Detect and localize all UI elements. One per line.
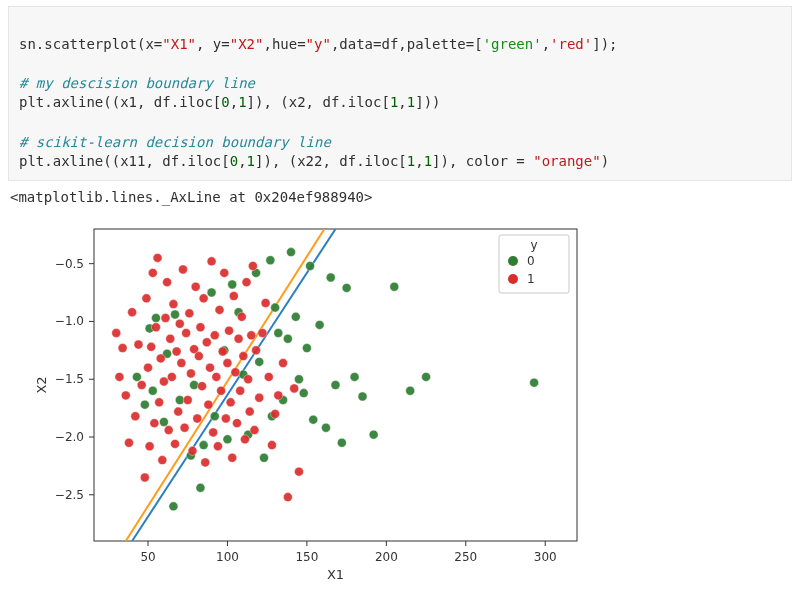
scatter-point bbox=[205, 363, 214, 372]
scatter-point bbox=[239, 351, 248, 360]
y-tick-label: −2.5 bbox=[55, 488, 84, 502]
legend-label: 0 bbox=[527, 254, 535, 268]
scatter-point bbox=[210, 411, 219, 420]
scatter-point bbox=[175, 395, 184, 404]
scatter-point bbox=[159, 417, 168, 426]
scatter-point bbox=[163, 277, 172, 286]
scatter-point bbox=[223, 435, 232, 444]
scatter-point bbox=[140, 473, 149, 482]
legend-label: 1 bbox=[527, 272, 535, 286]
scatter-point bbox=[198, 381, 207, 390]
scatter-point bbox=[124, 438, 133, 447]
scatter-point bbox=[271, 409, 280, 418]
code-line-3: plt.axline((x11, df.iloc[0,1]), (x22, df… bbox=[19, 153, 609, 169]
scatter-point bbox=[155, 398, 164, 407]
scatter-point bbox=[299, 388, 308, 397]
scatter-point bbox=[225, 326, 234, 335]
scatter-point bbox=[161, 313, 170, 322]
scatter-point bbox=[406, 386, 415, 395]
scatter-point bbox=[144, 363, 153, 372]
scatter-point bbox=[148, 268, 157, 277]
scatter-point bbox=[302, 343, 311, 352]
scatter-point bbox=[150, 418, 159, 427]
scatter-point bbox=[217, 386, 226, 395]
legend-marker bbox=[508, 274, 518, 284]
x-tick-label: 300 bbox=[534, 550, 557, 564]
scatter-point bbox=[315, 320, 324, 329]
scatter-point bbox=[166, 334, 175, 343]
scatter-point bbox=[240, 435, 249, 444]
scatter-point bbox=[171, 439, 180, 448]
scatter-point bbox=[215, 305, 224, 314]
scatter-point bbox=[151, 313, 160, 322]
scatter-point bbox=[175, 319, 184, 328]
scatter-point bbox=[145, 441, 154, 450]
scatter-point bbox=[228, 280, 237, 289]
scatter-point bbox=[199, 294, 208, 303]
scatter-point bbox=[196, 322, 205, 331]
scatter-point bbox=[260, 453, 269, 462]
scatter-point bbox=[112, 328, 121, 337]
scatter-point bbox=[369, 430, 378, 439]
code-comment-2: # scikit-learn decision boundary line bbox=[19, 134, 331, 150]
code-comment-1: # my descision boundary line bbox=[19, 75, 255, 91]
scatter-point bbox=[331, 380, 340, 389]
scatter-point bbox=[283, 334, 292, 343]
scatter-point bbox=[337, 438, 346, 447]
scatter-point bbox=[321, 423, 330, 432]
scatter-point bbox=[274, 328, 283, 337]
legend-title: y bbox=[530, 238, 537, 252]
scatter-point bbox=[148, 386, 157, 395]
scatter-point bbox=[248, 261, 257, 270]
scatter-point bbox=[294, 374, 303, 383]
scatter-point bbox=[156, 354, 165, 363]
scatter-point bbox=[193, 414, 202, 423]
scatter-point bbox=[255, 357, 264, 366]
scatter-point bbox=[226, 398, 235, 407]
scatter-chart: 50100150200250300−0.5−1.0−1.5−2.0−2.5X1X… bbox=[30, 219, 585, 589]
code-cell: sn.scatterplot(x="X1", y="X2",hue="y",da… bbox=[8, 6, 792, 181]
y-tick-label: −0.5 bbox=[55, 256, 84, 270]
scatter-point bbox=[342, 283, 351, 292]
scatter-point bbox=[350, 372, 359, 381]
y-axis-label: X2 bbox=[34, 376, 49, 393]
scatter-point bbox=[244, 374, 253, 383]
scatter-point bbox=[186, 369, 195, 378]
scatter-point bbox=[178, 265, 187, 274]
scatter-point bbox=[212, 372, 221, 381]
scatter-point bbox=[326, 273, 335, 282]
scatter-point bbox=[267, 440, 276, 449]
scatter-point bbox=[258, 328, 267, 337]
scatter-point bbox=[255, 393, 264, 402]
scatter-point bbox=[247, 331, 256, 340]
scatter-point bbox=[137, 380, 146, 389]
scatter-point bbox=[279, 358, 288, 367]
x-tick-label: 50 bbox=[140, 550, 155, 564]
code-line-2: plt.axline((x1, df.iloc[0,1]), (x2, df.i… bbox=[19, 94, 441, 110]
scatter-point bbox=[234, 334, 243, 343]
scatter-point bbox=[194, 351, 203, 360]
scatter-point bbox=[358, 392, 367, 401]
chart-svg: 50100150200250300−0.5−1.0−1.5−2.0−2.5X1X… bbox=[30, 219, 585, 589]
scatter-point bbox=[264, 372, 273, 381]
scatter-point bbox=[274, 391, 283, 400]
scatter-point bbox=[287, 247, 296, 256]
scatter-point bbox=[115, 372, 124, 381]
scatter-point bbox=[210, 331, 219, 340]
scatter-point bbox=[306, 261, 315, 270]
scatter-point bbox=[309, 415, 318, 424]
scatter-point bbox=[147, 342, 156, 351]
scatter-point bbox=[159, 377, 168, 386]
scatter-point bbox=[190, 380, 199, 389]
y-tick-label: −1.0 bbox=[55, 314, 84, 328]
scatter-point bbox=[153, 253, 162, 262]
scatter-point bbox=[209, 428, 218, 437]
scatter-point bbox=[182, 328, 191, 337]
scatter-point bbox=[132, 372, 141, 381]
scatter-point bbox=[134, 340, 143, 349]
scatter-point bbox=[283, 492, 292, 501]
code-line-1: sn.scatterplot(x="X1", y="X2",hue="y",da… bbox=[19, 36, 618, 52]
scatter-point bbox=[183, 395, 192, 404]
x-tick-label: 250 bbox=[454, 550, 477, 564]
scatter-point bbox=[231, 368, 240, 377]
